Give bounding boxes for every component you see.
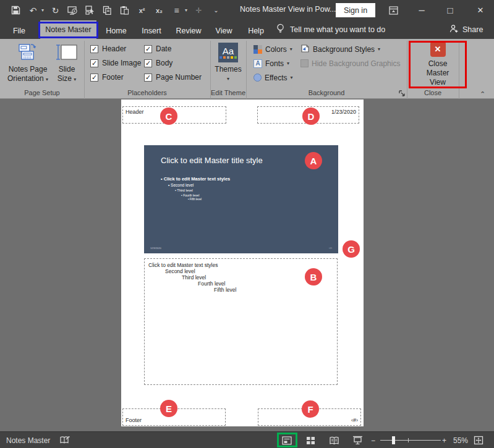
align-text-icon[interactable]: ≡ <box>171 4 182 17</box>
status-bar: Notes Master − + 5 <box>0 431 494 448</box>
background-styles-button[interactable]: Background Styles ▾ <box>300 44 380 54</box>
effects-button[interactable]: Effects ▾ <box>253 72 292 83</box>
background-dialog-launcher-icon[interactable] <box>399 90 406 97</box>
checkbox-checked-icon: ✓ <box>144 45 152 53</box>
header-placeholder-text: Header <box>126 109 144 115</box>
checkbox-page-number[interactable]: ✓ Page Number <box>144 72 202 82</box>
tab-review[interactable]: Review <box>174 22 203 39</box>
checkbox-footer[interactable]: ✓ Footer <box>90 72 124 82</box>
zoom-in-button[interactable]: + <box>442 432 446 448</box>
tab-file[interactable]: File <box>7 22 31 39</box>
dropdown-caret-icon: ▾ <box>378 46 380 52</box>
checkbox-slide-image[interactable]: ✓ Slide Image <box>90 58 141 68</box>
tab-view[interactable]: View <box>212 22 236 39</box>
undo-dropdown-caret-icon[interactable]: ▾ <box>41 7 44 13</box>
reuse-slides-icon[interactable] <box>84 4 96 17</box>
copy-icon[interactable] <box>101 4 113 17</box>
group-label-close: Close <box>407 89 459 98</box>
checkbox-body[interactable]: ✓ Body <box>144 58 172 68</box>
notes-page: Header 1/23/2020 Click to edit Master ti… <box>121 99 364 426</box>
slide-size-button[interactable]: Slide Size ▾ <box>52 42 82 84</box>
notes-master-canvas: Header 1/23/2020 Click to edit Master ti… <box>0 99 494 431</box>
themes-icon: Aa <box>218 42 238 63</box>
subscript-icon[interactable]: x₂ <box>153 4 165 17</box>
close-button[interactable]: ✕ <box>470 0 491 20</box>
spell-check-icon[interactable] <box>59 432 70 448</box>
redo-icon[interactable]: ↻ <box>49 4 61 17</box>
group-label-page-setup: Page Setup <box>0 89 84 98</box>
annotation-circle-d: D <box>302 108 320 125</box>
slide-show-icon <box>351 434 364 447</box>
zoom-slider-thumb[interactable] <box>392 436 395 444</box>
dropdown-caret-icon: ▾ <box>290 75 292 80</box>
colors-icon <box>253 45 262 54</box>
footer-placeholder-text: Footer <box>126 417 142 423</box>
maximize-button[interactable]: □ <box>440 0 461 20</box>
zoom-slider-center-tick <box>408 438 409 442</box>
share-person-icon <box>449 24 459 35</box>
annotation-circle-g: G <box>343 240 360 258</box>
slide-size-label-line1: Slide <box>59 65 75 74</box>
colors-button[interactable]: Colors ▾ <box>253 44 292 54</box>
dropdown-caret-icon: ▾ <box>227 74 229 83</box>
checkbox-checked-icon: ✓ <box>90 59 98 67</box>
start-from-beginning-icon[interactable] <box>67 4 79 17</box>
superscript-icon[interactable]: x² <box>136 4 148 17</box>
body-outline-level1: Click to edit Master text styles <box>148 262 218 268</box>
paste-icon[interactable] <box>119 4 130 17</box>
slide-size-icon <box>56 42 78 63</box>
zoom-out-button[interactable]: − <box>371 432 375 448</box>
slide-title-text: Click to edit Master title style <box>161 156 263 165</box>
ribbon: Notes Page Orientation ▾ Slide Size ▾ Pa… <box>0 39 494 99</box>
checkbox-header[interactable]: ✓ Header <box>90 44 126 54</box>
notes-page-orientation-icon <box>17 42 39 63</box>
ribbon-display-options-icon[interactable] <box>383 0 404 20</box>
dropdown-caret-icon: ▾ <box>287 61 289 66</box>
annotation-circle-f: F <box>302 400 319 418</box>
quick-access-toolbar: ↶ ▾ ↻ x² x₂ ≡ ▾ ✛ ⌄ <box>10 0 222 20</box>
fonts-button[interactable]: A Fonts ▾ <box>253 58 289 69</box>
close-master-view-button[interactable]: ✕ Close Master View <box>419 41 456 87</box>
dropdown-caret-icon: ▾ <box>74 77 76 82</box>
themes-label: Themes <box>215 65 241 74</box>
reading-view-button[interactable] <box>328 432 340 448</box>
tab-insert[interactable]: Insert <box>138 22 164 39</box>
reading-view-icon <box>328 434 340 447</box>
zoom-percent-label[interactable]: 55% <box>453 432 468 448</box>
undo-icon[interactable]: ↶ <box>27 4 39 17</box>
fit-to-window-button[interactable] <box>474 432 483 448</box>
normal-view-button[interactable] <box>281 432 293 448</box>
tab-help[interactable]: Help <box>245 22 267 39</box>
slide-number-text: ‹#› <box>329 247 332 250</box>
notes-page-orientation-button[interactable]: Notes Page Orientation ▾ <box>4 42 52 84</box>
collapse-ribbon-icon[interactable]: ⌃ <box>480 90 485 98</box>
checkbox-checked-icon: ✓ <box>144 74 152 82</box>
checkbox-date[interactable]: ✓ Date <box>144 44 171 54</box>
minimize-button[interactable]: ─ <box>411 0 432 20</box>
slide-bullet-level3: • Third level <box>175 188 193 192</box>
align-dropdown-caret-icon[interactable]: ▾ <box>185 7 187 13</box>
slide-sorter-view-button[interactable] <box>304 432 317 448</box>
normal-view-icon <box>281 434 293 447</box>
zoom-slider-track[interactable] <box>380 440 441 441</box>
dropdown-caret-icon: ▾ <box>290 46 292 52</box>
slide-bullet-level1: • Click to edit Master text styles <box>161 176 230 182</box>
slide-date-text: 1/23/2020 <box>150 247 161 250</box>
colors-label: Colors <box>265 45 287 54</box>
tell-me-box[interactable]: Tell me what you want to do <box>276 20 385 39</box>
tab-notes-master[interactable]: Notes Master <box>40 20 96 39</box>
hide-background-graphics-label: Hide Background Graphics <box>312 59 400 68</box>
effects-icon <box>253 74 262 82</box>
customize-quick-access-icon[interactable]: ⌄ <box>210 4 222 17</box>
save-icon[interactable] <box>10 4 22 17</box>
close-master-view-label-line1: Close <box>428 59 448 69</box>
sign-in-button[interactable]: Sign in <box>336 3 375 17</box>
tab-home[interactable]: Home <box>103 22 129 39</box>
slide-show-view-button[interactable] <box>351 432 364 448</box>
group-label-placeholders: Placeholders <box>84 89 210 98</box>
date-placeholder-text: 1/23/2020 <box>331 109 356 115</box>
themes-button[interactable]: Aa Themes ▾ <box>214 42 242 83</box>
checkbox-page-number-label: Page Number <box>156 73 202 82</box>
share-button[interactable]: Share <box>449 20 483 39</box>
slide-bullet-level2: • Second level <box>168 183 194 187</box>
